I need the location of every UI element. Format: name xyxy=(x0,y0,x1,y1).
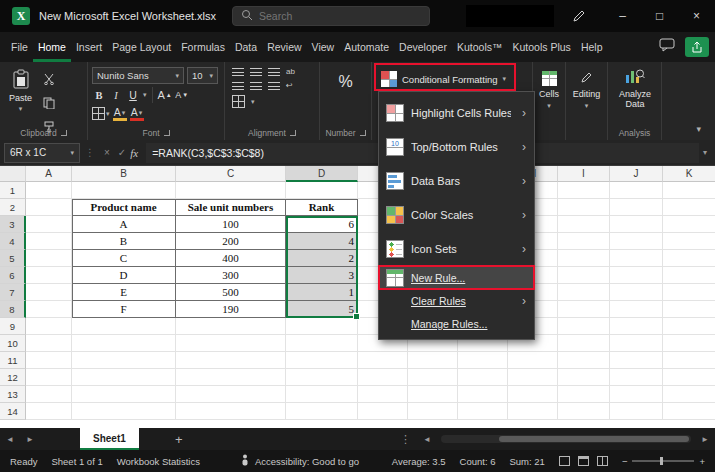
cell-I11[interactable] xyxy=(558,352,610,369)
cell-K10[interactable] xyxy=(663,335,715,352)
editing-button[interactable]: Editing ▾ xyxy=(570,67,603,110)
cell-J11[interactable] xyxy=(610,352,663,369)
shrink-font-button[interactable]: A▼ xyxy=(175,88,189,103)
underline-chevron-icon[interactable]: ▾ xyxy=(143,91,147,99)
cell-I6[interactable] xyxy=(558,267,610,284)
cell-D10[interactable] xyxy=(286,335,358,352)
cell-D11[interactable] xyxy=(286,352,358,369)
menu-item-color-scales[interactable]: Color Scales› xyxy=(379,198,534,232)
cell-J1[interactable] xyxy=(610,182,663,199)
search-input[interactable] xyxy=(259,10,421,22)
cell-G11[interactable] xyxy=(458,352,508,369)
cell-I5[interactable] xyxy=(558,250,610,267)
row-header-8[interactable]: 8 xyxy=(0,301,26,318)
name-box[interactable]: 6R x 1C▾ xyxy=(4,143,80,163)
cell-I8[interactable] xyxy=(558,301,610,318)
cell-D3[interactable]: 6 xyxy=(286,216,358,233)
row-header-6[interactable]: 6 xyxy=(0,267,26,284)
cell-A2[interactable] xyxy=(26,199,72,216)
zoom-slider-thumb[interactable] xyxy=(660,457,663,465)
cell-K2[interactable] xyxy=(663,199,715,216)
fill-color-button[interactable]: A▾ xyxy=(113,106,127,121)
cell-J14[interactable] xyxy=(610,403,663,420)
menu-tab-developer[interactable]: Developer xyxy=(394,32,452,62)
column-header-C[interactable]: C xyxy=(176,166,286,182)
cell-A13[interactable] xyxy=(26,386,72,403)
cell-I14[interactable] xyxy=(558,403,610,420)
cell-A11[interactable] xyxy=(26,352,72,369)
conditional-formatting-button[interactable]: Conditional Formatting ▾ xyxy=(376,67,528,91)
page-break-view-icon[interactable] xyxy=(597,456,608,466)
cell-B2[interactable]: Product name xyxy=(72,199,176,216)
cell-D6[interactable]: 3 xyxy=(286,267,358,284)
cut-icon[interactable] xyxy=(43,71,55,89)
cell-C10[interactable] xyxy=(176,335,286,352)
cell-F13[interactable] xyxy=(408,386,458,403)
accessibility-status[interactable]: Accessibility: Good to go xyxy=(240,454,359,468)
cell-K4[interactable] xyxy=(663,233,715,250)
cell-K12[interactable] xyxy=(663,369,715,386)
cell-A14[interactable] xyxy=(26,403,72,420)
menu-tab-file[interactable]: File xyxy=(6,32,33,62)
font-name-combo[interactable]: Nunito Sans▾ xyxy=(92,67,184,84)
alignment-dialog-launcher-icon[interactable] xyxy=(290,130,296,136)
menu-item-new-rule[interactable]: New Rule... xyxy=(379,266,534,289)
menu-tab-data[interactable]: Data xyxy=(230,32,262,62)
cell-A6[interactable] xyxy=(26,267,72,284)
cell-C14[interactable] xyxy=(176,403,286,420)
menu-tab-view[interactable]: View xyxy=(307,32,340,62)
row-header-7[interactable]: 7 xyxy=(0,284,26,301)
cell-B13[interactable] xyxy=(72,386,176,403)
minimize-button[interactable]: – xyxy=(604,0,641,32)
cell-C6[interactable]: 300 xyxy=(176,267,286,284)
merge-center-icon[interactable] xyxy=(232,95,245,108)
cell-A10[interactable] xyxy=(26,335,72,352)
cell-A9[interactable] xyxy=(26,318,72,335)
cell-K8[interactable] xyxy=(663,301,715,318)
cell-B5[interactable]: C xyxy=(72,250,176,267)
column-header-B[interactable]: B xyxy=(72,166,176,182)
align-top-icon[interactable] xyxy=(232,68,244,76)
column-header-I[interactable]: I xyxy=(558,166,610,182)
cell-C9[interactable] xyxy=(176,318,286,335)
cell-B10[interactable] xyxy=(72,335,176,352)
cell-K13[interactable] xyxy=(663,386,715,403)
menu-tab-page-layout[interactable]: Page Layout xyxy=(107,32,176,62)
copy-icon[interactable] xyxy=(43,95,55,113)
cell-G14[interactable] xyxy=(458,403,508,420)
cell-I9[interactable] xyxy=(558,318,610,335)
share-button[interactable] xyxy=(685,37,709,57)
zoom-out-icon[interactable]: − xyxy=(622,456,628,467)
cell-D14[interactable] xyxy=(286,403,358,420)
cell-E14[interactable] xyxy=(358,403,408,420)
cell-A1[interactable] xyxy=(26,182,72,199)
cell-C3[interactable]: 100 xyxy=(176,216,286,233)
cell-J13[interactable] xyxy=(610,386,663,403)
row-header-5[interactable]: 5 xyxy=(0,250,26,267)
cell-C2[interactable]: Sale unit numbers xyxy=(176,199,286,216)
cell-A4[interactable] xyxy=(26,233,72,250)
zoom-slider[interactable] xyxy=(632,460,694,462)
cell-D7[interactable]: 1 xyxy=(286,284,358,301)
enter-icon[interactable]: ✓ xyxy=(118,147,126,158)
cell-B7[interactable]: E xyxy=(72,284,176,301)
cell-K9[interactable] xyxy=(663,318,715,335)
cell-J5[interactable] xyxy=(610,250,663,267)
percent-style-button[interactable]: % xyxy=(324,73,367,91)
cell-J12[interactable] xyxy=(610,369,663,386)
cell-C12[interactable] xyxy=(176,369,286,386)
cell-D1[interactable] xyxy=(286,182,358,199)
menu-tab-kutools-plus[interactable]: Kutools Plus xyxy=(508,32,576,62)
select-all-corner[interactable] xyxy=(0,166,26,182)
cell-D4[interactable]: 4 xyxy=(286,233,358,250)
cell-B12[interactable] xyxy=(72,369,176,386)
comments-icon[interactable] xyxy=(659,38,675,56)
cell-A3[interactable] xyxy=(26,216,72,233)
font-size-combo[interactable]: 10▾ xyxy=(187,67,218,84)
cell-K1[interactable] xyxy=(663,182,715,199)
row-header-12[interactable]: 12 xyxy=(0,369,26,386)
cell-C8[interactable]: 190 xyxy=(176,301,286,318)
row-header-11[interactable]: 11 xyxy=(0,352,26,369)
align-right-icon[interactable] xyxy=(268,82,280,90)
cell-K3[interactable] xyxy=(663,216,715,233)
